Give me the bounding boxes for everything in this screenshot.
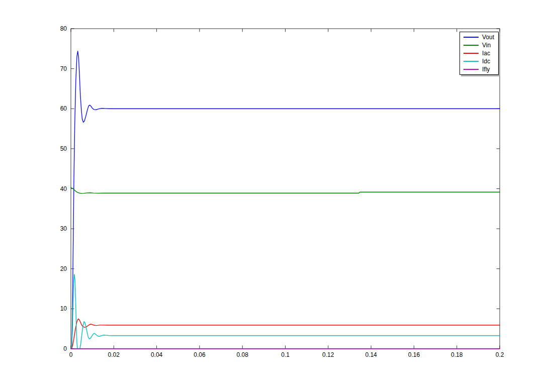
legend-entry-vin: Vin	[460, 42, 498, 49]
legend-line-sample-ifly	[464, 69, 479, 70]
legend-entry-label: Ifly	[482, 66, 490, 73]
legend-entry-label: Iac	[482, 50, 490, 57]
y-tick-label: 30	[46, 225, 67, 232]
x-tick-label: 0.06	[186, 351, 214, 358]
x-tick-label: 0.02	[100, 351, 128, 358]
x-tick-label: 0.04	[143, 351, 171, 358]
x-tick-label: 0.1	[271, 351, 300, 358]
y-tick-label: 10	[46, 305, 67, 312]
y-tick-label: 60	[46, 105, 67, 112]
x-tick-label: 0.08	[228, 351, 256, 358]
x-tick-label: 0.2	[486, 351, 514, 358]
legend-line-sample-iac	[464, 53, 479, 54]
legend-entry-iac: Iac	[460, 49, 498, 57]
legend-entry-label: Vin	[482, 42, 491, 49]
plot-canvas	[70, 28, 500, 349]
y-tick-label: 0	[46, 345, 67, 352]
y-tick-label: 50	[46, 145, 67, 152]
y-tick-label: 40	[46, 185, 67, 192]
legend-line-sample-vin	[464, 45, 479, 46]
x-tick-label: 0.18	[443, 351, 471, 358]
y-tick-label: 70	[46, 65, 67, 72]
matlab-figure: 00.020.040.060.080.10.120.140.160.180.2 …	[0, 0, 553, 392]
axes-box	[71, 29, 500, 349]
legend[interactable]: VoutVinIacIdcIfly	[459, 32, 499, 75]
legend-entry-label: Vout	[482, 34, 494, 41]
y-tick-label: 80	[46, 25, 67, 32]
legend-entry-vout: Vout	[460, 34, 498, 41]
legend-line-sample-idc	[464, 61, 479, 62]
legend-entry-label: Idc	[482, 58, 490, 65]
x-tick-label: 0.16	[400, 351, 428, 358]
legend-entry-idc: Idc	[460, 57, 498, 65]
x-tick-label: 0.12	[314, 351, 342, 358]
x-tick-label: 0	[57, 351, 85, 358]
y-tick-label: 20	[46, 265, 67, 272]
x-tick-label: 0.14	[357, 351, 385, 358]
legend-line-sample-vout	[464, 37, 479, 38]
legend-entry-ifly: Ifly	[460, 65, 498, 73]
